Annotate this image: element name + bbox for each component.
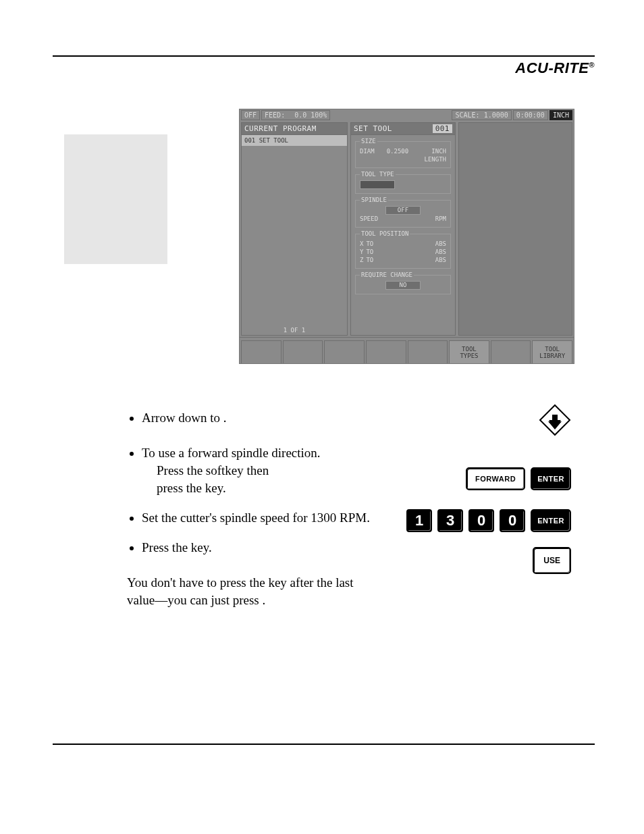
- instr-1: Arrow down to .: [142, 409, 417, 427]
- set-tool-title: SET TOOL 001: [351, 123, 455, 135]
- keyrow-use: USE: [402, 547, 571, 574]
- status-feed: FEED: 0.0 100%: [261, 110, 330, 120]
- instr-4: Press the key.: [142, 539, 417, 556]
- size-group: SIZE DIAM 0.2500 INCH LENGTH: [355, 138, 451, 168]
- program-line-1[interactable]: 001 SET TOOL: [242, 135, 347, 146]
- require-change-value[interactable]: NO: [385, 281, 421, 290]
- toolpos-row-x: X TO ABS: [360, 240, 446, 248]
- bottom-rule: [53, 744, 595, 745]
- instr-paragraph: You don't have to press the key after th…: [127, 574, 417, 609]
- forward-softkey[interactable]: FORWARD: [466, 467, 525, 490]
- top-rule: [53, 55, 595, 57]
- instructions: Arrow down to . To use a forward spindle…: [127, 409, 417, 609]
- status-units: INCH: [549, 110, 572, 120]
- instr-3: Set the cutter's spindle speed for 1300 …: [142, 509, 417, 527]
- enter-key-1[interactable]: ENTER: [531, 467, 571, 490]
- softkey-3[interactable]: [324, 340, 365, 364]
- require-change-group: REQUIRE CHANGE NO: [355, 271, 451, 294]
- current-program-panel: CURRENT PROGRAM 001 SET TOOL 1 OF 1: [241, 122, 348, 336]
- current-program-title: CURRENT PROGRAM: [242, 123, 347, 135]
- status-bar: OFF FEED: 0.0 100% SCALE: 1.0000 0:00:00…: [240, 109, 574, 121]
- status-time: 0:00:00: [513, 110, 548, 120]
- softkey-tool-library[interactable]: TOOL LIBRARY: [532, 340, 572, 364]
- left-grey-box: [64, 134, 167, 264]
- registered-mark: ®: [589, 61, 595, 69]
- arrow-down-icon[interactable]: [539, 404, 571, 436]
- tool-type-value[interactable]: [360, 180, 395, 189]
- cnc-screenshot: OFF FEED: 0.0 100% SCALE: 1.0000 0:00:00…: [239, 109, 574, 364]
- status-mode: OFF: [241, 110, 260, 120]
- softkey-1[interactable]: [241, 340, 281, 364]
- keyrow-arrow: [402, 404, 571, 436]
- brand-logo: ACU-RITE®: [515, 59, 595, 77]
- toolpos-row-y: Y TO ABS: [360, 248, 446, 256]
- keyrow-forward-enter: FORWARD ENTER: [402, 467, 571, 490]
- set-tool-panel: SET TOOL 001 SIZE DIAM 0.2500 INCH LENGT…: [350, 122, 456, 336]
- enter-key-2[interactable]: ENTER: [531, 509, 571, 532]
- brand-text: ACU-RITE: [515, 59, 589, 76]
- preview-area: [458, 122, 572, 336]
- instr-2: To use a forward spindle direction. Pres…: [142, 444, 417, 497]
- digit-key-0a[interactable]: 0: [468, 509, 494, 532]
- step-number: 001: [433, 124, 452, 133]
- softkey-5[interactable]: [408, 340, 448, 364]
- softkey-2[interactable]: [283, 340, 323, 364]
- tool-type-group: TOOL TYPE: [355, 171, 451, 194]
- status-scale: SCALE: 1.0000: [452, 110, 511, 120]
- softkey-4[interactable]: [366, 340, 406, 364]
- toolpos-row-z: Z TO ABS: [360, 256, 446, 264]
- keys-column: FORWARD ENTER 1 3 0 0 ENTER USE: [402, 404, 571, 574]
- softkey-bar: TOOL TYPES TOOL LIBRARY: [240, 337, 574, 364]
- use-key[interactable]: USE: [533, 547, 571, 574]
- spindle-dir-value[interactable]: OFF: [385, 206, 421, 215]
- program-pager: 1 OF 1: [242, 327, 347, 334]
- spindle-group: SPINDLE OFF SPEED RPM: [355, 197, 451, 228]
- digit-key-0b[interactable]: 0: [500, 509, 525, 532]
- softkey-7[interactable]: [491, 340, 531, 364]
- softkey-tool-types[interactable]: TOOL TYPES: [449, 340, 489, 364]
- digit-key-1[interactable]: 1: [406, 509, 432, 532]
- keyrow-1300: 1 3 0 0 ENTER: [402, 509, 571, 532]
- tool-position-group: TOOL POSITION X TO ABS Y TO ABS Z TO: [355, 230, 451, 269]
- digit-key-3[interactable]: 3: [437, 509, 463, 532]
